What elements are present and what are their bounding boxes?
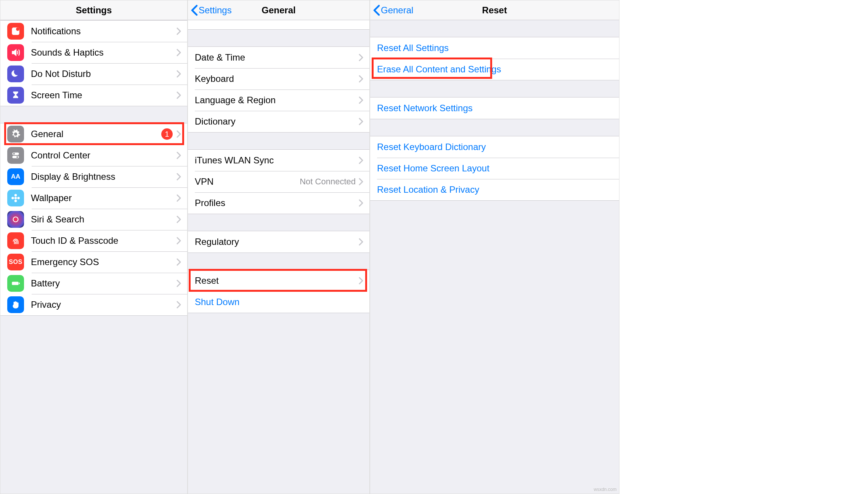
- svg-point-8: [14, 200, 17, 202]
- row-label: Reset Location & Privacy: [377, 184, 613, 195]
- row-detail: Not Connected: [300, 177, 356, 187]
- row-shutdown[interactable]: Shut Down: [188, 291, 369, 313]
- row-label: Touch ID & Passcode: [31, 235, 176, 246]
- reset-group-3: Reset Keyboard Dictionary Reset Home Scr…: [370, 136, 619, 201]
- row-erase-all[interactable]: Erase All Content and Settings: [370, 59, 619, 80]
- chevron-right-icon: [359, 157, 363, 164]
- hand-icon: [7, 296, 24, 313]
- group-gap: [188, 30, 369, 46]
- svg-point-11: [13, 217, 18, 222]
- row-wallpaper[interactable]: Wallpaper: [0, 187, 187, 209]
- row-touchid[interactable]: Touch ID & Passcode: [0, 230, 187, 251]
- row-reset[interactable]: Reset: [188, 270, 369, 291]
- row-label: Language & Region: [195, 95, 359, 106]
- row-sounds[interactable]: Sounds & Haptics: [0, 42, 187, 63]
- reset-group-2: Reset Network Settings: [370, 97, 619, 119]
- row-reset-all-settings[interactable]: Reset All Settings: [370, 37, 619, 59]
- chevron-right-icon: [359, 199, 363, 207]
- svg-point-1: [16, 27, 19, 31]
- svg-point-9: [11, 197, 14, 200]
- row-privacy[interactable]: Privacy: [0, 294, 187, 315]
- svg-point-10: [17, 197, 20, 200]
- row-label: Control Center: [31, 150, 176, 161]
- row-screentime[interactable]: Screen Time: [0, 85, 187, 106]
- svg-point-5: [16, 156, 18, 158]
- group-gap: [188, 253, 369, 270]
- row-label: Dictionary: [195, 116, 359, 127]
- fingerprint-icon: [7, 232, 24, 249]
- chevron-right-icon: [359, 54, 363, 61]
- row-language[interactable]: Language & Region: [188, 90, 369, 111]
- row-reset-homescreen[interactable]: Reset Home Screen Layout: [370, 158, 619, 179]
- moon-icon: [7, 66, 24, 82]
- group-gap: [370, 80, 619, 97]
- row-itunes-sync[interactable]: iTunes WLAN Sync: [188, 150, 369, 171]
- row-vpn[interactable]: VPN Not Connected: [188, 171, 369, 192]
- row-general[interactable]: General 1: [0, 123, 187, 145]
- chevron-right-icon: [176, 27, 181, 35]
- chevron-right-icon: [176, 301, 181, 309]
- filler: [370, 201, 619, 494]
- row-dictionary[interactable]: Dictionary: [188, 111, 369, 132]
- row-controlcenter[interactable]: Control Center: [0, 145, 187, 166]
- chevron-left-icon: [373, 5, 380, 16]
- row-regulatory[interactable]: Regulatory: [188, 231, 369, 253]
- row-label: Do Not Disturb: [31, 69, 176, 79]
- row-sos[interactable]: SOS Emergency SOS: [0, 251, 187, 273]
- back-label: General: [381, 5, 413, 16]
- chevron-left-icon: [191, 5, 198, 16]
- row-display[interactable]: AA Display & Brightness: [0, 166, 187, 187]
- row-label: Erase All Content and Settings: [377, 64, 613, 75]
- general-group-4: Reset Shut Down: [188, 270, 369, 313]
- switches-icon: [7, 147, 24, 164]
- row-label: Regulatory: [195, 237, 359, 247]
- back-button[interactable]: Settings: [191, 5, 232, 16]
- chevron-right-icon: [176, 258, 181, 266]
- chevron-right-icon: [176, 130, 181, 138]
- notifications-icon: [7, 23, 24, 40]
- sos-icon: SOS: [7, 254, 24, 270]
- chevron-right-icon: [176, 280, 181, 287]
- chevron-right-icon: [176, 70, 181, 78]
- row-label: Keyboard: [195, 74, 359, 84]
- row-label: Wallpaper: [31, 193, 176, 203]
- svg-rect-12: [12, 282, 18, 285]
- group-gap: [0, 106, 187, 123]
- chevron-right-icon: [359, 118, 363, 125]
- group-gap: [188, 133, 369, 149]
- row-label: Battery: [31, 278, 176, 289]
- row-reset-network[interactable]: Reset Network Settings: [370, 98, 619, 119]
- row-profiles[interactable]: Profiles: [188, 192, 369, 214]
- row-datetime[interactable]: Date & Time: [188, 47, 369, 68]
- row-label: VPN: [195, 176, 300, 187]
- text-size-icon: AA: [7, 168, 24, 185]
- siri-icon: [7, 211, 24, 228]
- svg-rect-13: [19, 283, 20, 284]
- general-panel: Settings General Date & Time Keyboard La…: [188, 0, 370, 494]
- chevron-right-icon: [359, 277, 363, 285]
- row-label: Display & Brightness: [31, 171, 176, 182]
- settings-group-2: General 1 Control Center AA Display & Br…: [0, 123, 187, 316]
- chevron-right-icon: [176, 91, 181, 99]
- group-gap: [370, 119, 619, 136]
- row-reset-keyboard[interactable]: Reset Keyboard Dictionary: [370, 136, 619, 158]
- row-keyboard[interactable]: Keyboard: [188, 68, 369, 90]
- row-battery[interactable]: Battery: [0, 273, 187, 294]
- navbar-settings: Settings: [0, 0, 187, 20]
- svg-point-4: [13, 153, 15, 155]
- gear-icon: [7, 126, 24, 142]
- row-dnd[interactable]: Do Not Disturb: [0, 63, 187, 85]
- row-reset-location[interactable]: Reset Location & Privacy: [370, 179, 619, 200]
- row-peek[interactable]: [188, 20, 369, 29]
- row-notifications[interactable]: Notifications: [0, 21, 187, 42]
- row-label: Reset: [195, 275, 359, 286]
- row-label: Reset Keyboard Dictionary: [377, 142, 613, 152]
- general-top-peek: [188, 20, 369, 30]
- general-group-2: iTunes WLAN Sync VPN Not Connected Profi…: [188, 149, 369, 214]
- row-label: Sounds & Haptics: [31, 47, 176, 58]
- settings-panel: Settings Notifications Sounds & Haptics …: [0, 0, 188, 494]
- row-label: Reset Home Screen Layout: [377, 163, 613, 174]
- general-group-3: Regulatory: [188, 231, 369, 253]
- row-siri[interactable]: Siri & Search: [0, 209, 187, 230]
- back-button[interactable]: General: [373, 5, 413, 16]
